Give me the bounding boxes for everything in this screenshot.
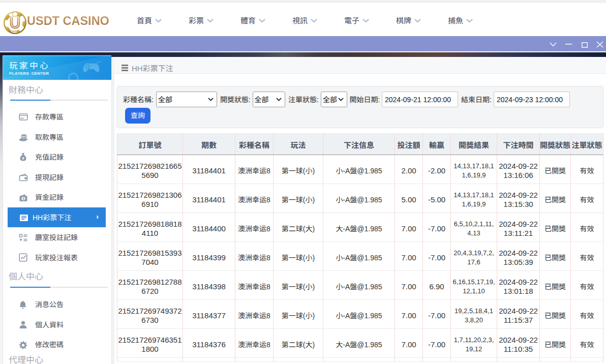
svg-text:Casino: Casino — [10, 29, 20, 33]
svg-text:$: $ — [22, 197, 24, 201]
svg-text:¥: ¥ — [22, 156, 24, 161]
